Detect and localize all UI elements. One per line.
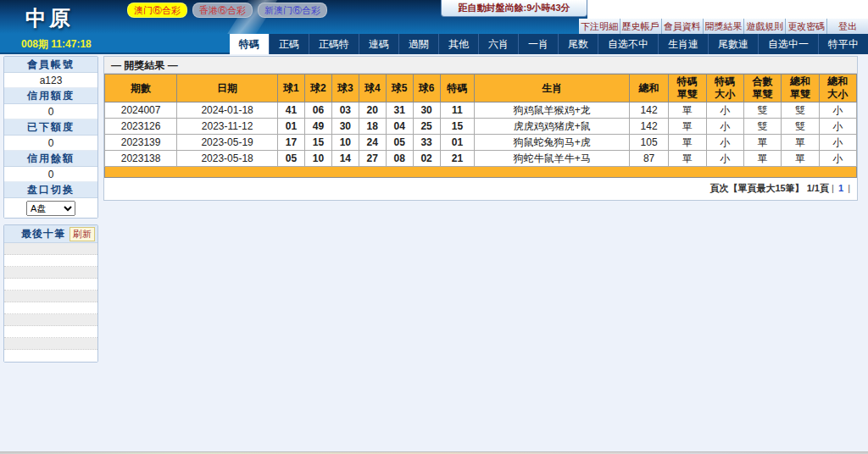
paging-separator-right: |: [848, 183, 850, 193]
column-header: 球6: [413, 75, 440, 102]
result-row: 20231392023-05-1917151024053301狗鼠蛇兔狗马+虎1…: [105, 135, 857, 151]
column-header: 生肖: [475, 75, 630, 102]
ball-cell: 01: [278, 119, 305, 135]
attr-cell: 單: [743, 135, 781, 151]
top-header: 中原 澳门⑥合彩香港⑥合彩新澳门⑥合彩 距自動封盤尚餘:9小時43分 下注明細歷…: [0, 0, 868, 34]
period-cell: 2024007: [105, 102, 177, 119]
attr-cell: 小: [819, 119, 856, 135]
ball-cell: 08: [386, 151, 413, 167]
column-header: 球1: [278, 75, 305, 102]
ball-cell: 33: [413, 135, 440, 151]
ball-cell: 15: [304, 135, 331, 151]
field-value: 0: [4, 167, 97, 182]
tab-自选中一[interactable]: 自选中一: [758, 34, 818, 54]
result-row: 20231262023-11-1201493018042515虎虎鸡鸡猪虎+鼠1…: [105, 119, 857, 135]
ball-cell: 30: [331, 119, 359, 135]
column-header: 總和 大小: [819, 75, 856, 102]
ball-cell: 05: [386, 135, 413, 151]
page-1-link[interactable]: 1: [838, 183, 843, 193]
tab-其他[interactable]: 其他: [438, 34, 478, 54]
tab-過關[interactable]: 過關: [398, 34, 438, 54]
zodiac-cell: 狗蛇牛鼠羊牛+马: [475, 151, 630, 167]
result-row: 20231382023-05-1805101427080221狗蛇牛鼠羊牛+马8…: [105, 151, 857, 167]
ball-cell: 17: [278, 135, 305, 151]
tab-特碼[interactable]: 特碼: [230, 34, 269, 54]
attr-cell: 小: [819, 151, 856, 167]
tab-尾数[interactable]: 尾数: [558, 34, 598, 54]
tab-六肖[interactable]: 六肖: [478, 34, 518, 54]
nav-link[interactable]: 歷史帳戶: [620, 19, 661, 34]
empty-bet-row: [4, 243, 97, 255]
column-header: 球4: [359, 75, 386, 102]
tab-正碼特[interactable]: 正碼特: [309, 34, 359, 54]
ball-cell: 03: [331, 102, 359, 119]
tab-尾數連[interactable]: 尾數連: [708, 34, 758, 54]
column-header: 球2: [304, 75, 331, 102]
nav-link[interactable]: 登出: [826, 19, 868, 34]
refresh-button[interactable]: 刷新: [70, 227, 95, 241]
nav-link[interactable]: 開獎結果: [703, 19, 744, 34]
empty-bet-row: [4, 255, 97, 267]
result-row: 20240072024-01-1841060320313011狗鸡鼠羊猴鸡+龙1…: [105, 102, 857, 119]
tab-正碼[interactable]: 正碼: [269, 34, 309, 54]
period-cell: 2023126: [105, 119, 177, 135]
last-bets-panel: 最後十筆 刷新: [3, 224, 98, 363]
ball-cell: 27: [359, 151, 386, 167]
attr-cell: 單: [782, 151, 819, 167]
ball-cell: 05: [278, 151, 305, 167]
date-cell: 2023-05-18: [177, 151, 278, 167]
column-header: 特碼 大小: [706, 75, 743, 102]
tab-一肖[interactable]: 一肖: [518, 34, 558, 54]
ball-cell: 30: [413, 102, 440, 119]
attr-cell: 雙: [782, 119, 819, 135]
ball-cell: 10: [304, 151, 331, 167]
nav-link[interactable]: 更改密碼: [785, 19, 826, 34]
column-header: 日期: [177, 75, 278, 102]
lottery-tag[interactable]: 新澳门⑥合彩: [258, 3, 327, 18]
empty-bet-row: [4, 338, 97, 350]
field-label: 已下額度: [4, 119, 97, 136]
lottery-tag[interactable]: 澳门⑥合彩: [127, 3, 187, 18]
date-cell: 2024-01-18: [177, 102, 278, 119]
nav-link[interactable]: 遊戲規則: [743, 19, 785, 34]
results-title: — 開獎結果 —: [104, 57, 857, 74]
field-value: a123: [4, 73, 97, 88]
special-ball-cell: 01: [440, 135, 475, 151]
account-panel: 會員帳號a123信用額度0已下額度0信用餘額0 盘口切换 A盘: [3, 56, 98, 219]
field-label: 會員帳號: [4, 57, 97, 73]
total-cell: 87: [630, 151, 669, 167]
attr-cell: 小: [706, 119, 743, 135]
ball-cell: 25: [413, 119, 440, 135]
attr-cell: 雙: [782, 102, 819, 119]
nav-link[interactable]: 下注明細: [579, 19, 620, 34]
ball-cell: 24: [359, 135, 386, 151]
tab-生肖連[interactable]: 生肖連: [658, 34, 708, 54]
field-label: 信用餘額: [4, 151, 97, 167]
ball-cell: 02: [413, 151, 440, 167]
zodiac-cell: 狗鼠蛇兔狗马+虎: [475, 135, 630, 151]
panel-type-select[interactable]: A盘: [26, 201, 75, 216]
column-header: 總和 單雙: [782, 75, 819, 102]
lottery-tag[interactable]: 香港⑥合彩: [192, 3, 253, 18]
tab-自选不中[interactable]: 自选不中: [598, 34, 658, 54]
attr-cell: 單: [669, 119, 706, 135]
special-ball-cell: 11: [440, 102, 475, 119]
empty-bet-row: [4, 267, 97, 279]
total-cell: 142: [630, 102, 669, 119]
ball-cell: 41: [278, 102, 305, 119]
sidebar: 會員帳號a123信用額度0已下額度0信用餘額0 盘口切换 A盘 最後十筆 刷新: [3, 56, 98, 363]
ball-cell: 10: [331, 135, 359, 151]
tab-連碼[interactable]: 連碼: [359, 34, 398, 54]
column-header: 合數 單雙: [743, 75, 781, 102]
zodiac-cell: 狗鸡鼠羊猴鸡+龙: [475, 102, 630, 119]
sub-header: 008期 11:47:18 特碼正碼正碼特連碼過關其他六肖一肖尾数自选不中生肖連…: [0, 34, 868, 54]
nav-link[interactable]: 會員資料: [661, 19, 703, 34]
empty-bet-row: [4, 279, 97, 291]
attr-cell: 小: [706, 135, 743, 151]
results-panel: — 開獎結果 — 期數日期球1球2球3球4球5球6特碼生肖總和特碼 單雙特碼 大…: [103, 56, 858, 201]
tab-特平中[interactable]: 特平中: [818, 34, 868, 54]
table-footer-bar: [105, 167, 857, 178]
panel-switch-row: A盘: [4, 198, 97, 218]
paging-separator-left: |: [832, 183, 834, 193]
empty-bet-row: [4, 291, 97, 302]
